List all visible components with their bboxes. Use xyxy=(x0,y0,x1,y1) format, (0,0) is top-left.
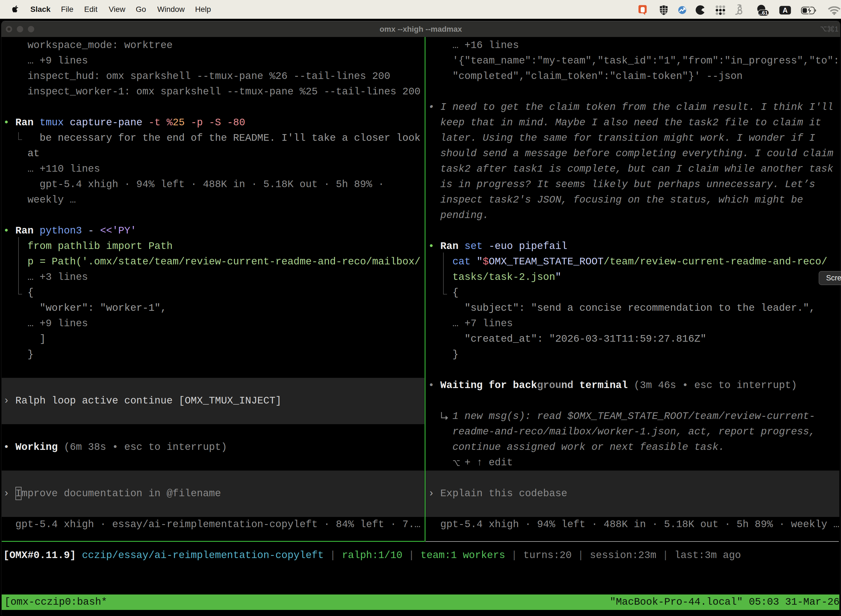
svg-text:..61: ..61 xyxy=(759,10,768,16)
svg-text:A: A xyxy=(782,6,787,14)
